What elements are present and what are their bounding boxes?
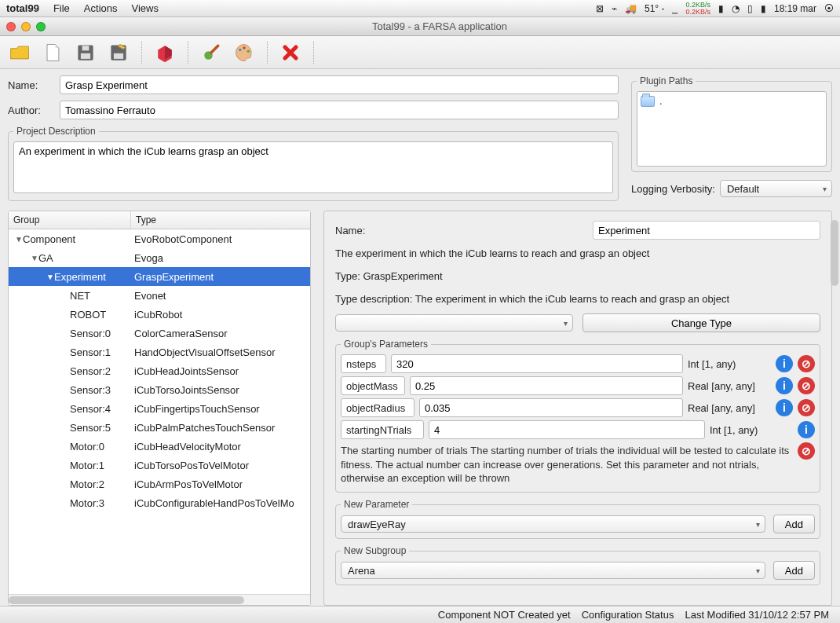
app-name[interactable]: total99 xyxy=(6,2,39,14)
svg-point-6 xyxy=(239,48,242,51)
disclosure-icon[interactable]: ▼ xyxy=(31,254,38,262)
plugin-paths-list[interactable]: . xyxy=(637,91,827,167)
tree-group-label: Sensor:3 xyxy=(70,384,111,396)
menu-actions[interactable]: Actions xyxy=(84,2,118,14)
param-info-button[interactable]: i xyxy=(776,399,793,416)
system-tray: ⊠ ⌁ 🚚 51° - ⎯ 0.2KB/s 0.2KB/s ▮ ◔ ▯ ▮ 18… xyxy=(596,2,834,16)
tree-row[interactable]: Motor:0iCubHeadVelocityMotor xyxy=(9,437,310,456)
tree-row[interactable]: ▼ ExperimentGraspExperiment xyxy=(9,267,310,286)
tree-row[interactable]: Sensor:0ColorCameraSensor xyxy=(9,324,310,343)
param-value-input[interactable] xyxy=(391,354,683,373)
detail-name-input[interactable] xyxy=(593,221,820,240)
tree-row[interactable]: ROBOTiCubRobot xyxy=(9,305,310,324)
add-parameter-button[interactable]: Add xyxy=(773,515,815,533)
tray-icon[interactable]: ▮ xyxy=(718,3,724,14)
param-delete-button[interactable]: ⊘ xyxy=(798,399,815,416)
tree-type-label: iCubHeadJointsSensor xyxy=(131,365,310,377)
close-icon[interactable] xyxy=(277,39,304,66)
param-row: startingNTrialsInt [1, any)i xyxy=(341,420,815,439)
project-description-input[interactable] xyxy=(13,141,613,193)
param-name: objectRadius xyxy=(341,398,415,417)
status-config: Configuration Status xyxy=(582,609,674,621)
tree-row[interactable]: Sensor:2iCubHeadJointsSensor xyxy=(9,361,310,380)
tree-row[interactable]: Sensor:5iCubPalmPatchesTouchSensor xyxy=(9,418,310,437)
new-file-icon[interactable] xyxy=(39,39,66,66)
tree-row[interactable]: Sensor:3iCubTorsoJointsSensor xyxy=(9,380,310,399)
tray-icon[interactable]: ◔ xyxy=(732,3,740,14)
tray-icon[interactable]: ▯ xyxy=(747,3,753,14)
tray-clock[interactable]: 18:19 mar xyxy=(774,3,816,14)
tree-type-label: GraspExperiment xyxy=(131,271,310,283)
window-minimize-icon[interactable] xyxy=(21,22,31,31)
tray-netmon[interactable]: 0.2KB/s 0.2KB/s xyxy=(685,2,710,16)
svg-point-8 xyxy=(247,49,250,53)
change-type-button[interactable]: Change Type xyxy=(583,313,820,332)
param-info-button[interactable]: i xyxy=(776,355,793,372)
palette-icon[interactable] xyxy=(231,39,257,66)
disclosure-icon[interactable]: ▼ xyxy=(15,235,23,244)
toolbar xyxy=(0,36,840,69)
disclosure-icon[interactable]: ▼ xyxy=(46,273,54,281)
tree-row[interactable]: Motor:1iCubTorsoPosToVelMotor xyxy=(9,456,310,475)
param-info-button[interactable]: i xyxy=(776,377,793,394)
new-subgroup-legend: New Subgroup xyxy=(341,545,409,556)
tree-row[interactable]: ▼ ComponentEvoRobotComponent xyxy=(9,229,310,248)
folder-icon xyxy=(641,96,655,107)
plugin-box-icon[interactable] xyxy=(152,39,178,66)
add-subgroup-button[interactable]: Add xyxy=(773,561,815,580)
tray-battery-icon[interactable]: ▮ xyxy=(761,3,766,14)
project-author-input[interactable] xyxy=(60,101,619,119)
tree-h-scrollbar[interactable] xyxy=(9,594,310,605)
tray-icon[interactable]: ⊠ xyxy=(596,3,604,14)
param-value-input[interactable] xyxy=(429,420,705,439)
tray-icon[interactable]: ⎯ xyxy=(672,3,677,14)
new-parameter-group: New Parameter drawEyeRay Add xyxy=(335,499,820,539)
tree-row[interactable]: Sensor:1HandObjectVisualOffsetSensor xyxy=(9,343,310,361)
detail-desc: The experiment in which the iCub learns … xyxy=(335,246,820,262)
save-as-icon[interactable] xyxy=(105,39,132,66)
verbosity-select[interactable]: Default xyxy=(720,180,832,197)
tree-row[interactable]: Motor:2iCubArmPosToVelMotor xyxy=(9,475,310,493)
new-subgroup-select[interactable]: Arena xyxy=(341,562,765,579)
menu-file[interactable]: File xyxy=(53,2,70,14)
tray-icon[interactable]: 🚚 xyxy=(625,3,637,14)
menu-views[interactable]: Views xyxy=(132,2,159,14)
tree-body[interactable]: ▼ ComponentEvoRobotComponent▼ GAEvoga▼ E… xyxy=(9,229,310,594)
param-info-button[interactable]: i xyxy=(798,421,815,438)
window-zoom-icon[interactable] xyxy=(36,22,46,31)
param-type: Real [any, any] xyxy=(688,380,771,392)
brush-icon[interactable] xyxy=(198,39,225,66)
project-name-input[interactable] xyxy=(60,75,619,94)
param-delete-button[interactable]: ⊘ xyxy=(798,377,815,394)
tree-type-label: iCubTorsoJointsSensor xyxy=(131,384,310,396)
tree-col-group[interactable]: Group xyxy=(9,211,131,229)
new-parameter-select[interactable]: drawEyeRay xyxy=(341,515,765,533)
tray-icon[interactable]: ⌁ xyxy=(612,3,617,14)
tree-type-label: iCubConfigurableHandPosToVelMo xyxy=(131,497,310,509)
tree-row[interactable]: ▼ GAEvoga xyxy=(9,248,310,267)
window-close-icon[interactable] xyxy=(6,22,16,31)
detail-typedesc: Type description: The experiment in whic… xyxy=(335,291,820,308)
type-select[interactable] xyxy=(335,314,573,332)
name-label: Name: xyxy=(8,79,52,91)
param-type: Int [1, any) xyxy=(710,424,793,436)
tree-type-label: HandObjectVisualOffsetSensor xyxy=(131,346,310,358)
param-delete-button[interactable]: ⊘ xyxy=(798,355,815,372)
param-value-input[interactable] xyxy=(419,398,683,417)
detail-type: Type: GraspExperiment xyxy=(335,269,820,285)
wifi-icon[interactable]: ⦿ xyxy=(824,3,834,14)
detail-v-scrollbar[interactable] xyxy=(829,220,840,601)
save-icon[interactable] xyxy=(72,39,99,66)
tree-row[interactable]: NETEvonet xyxy=(9,286,310,305)
tree-row[interactable]: Motor:3iCubConfigurableHandPosToVelMo xyxy=(9,493,310,512)
plugin-paths-legend: Plugin Paths xyxy=(637,75,696,86)
tray-temp[interactable]: 51° - xyxy=(645,3,664,14)
tree-row[interactable]: Sensor:4iCubFingertipsTouchSensor xyxy=(9,399,310,418)
plugin-path-item[interactable]: . xyxy=(641,95,823,107)
open-folder-icon[interactable] xyxy=(6,39,33,66)
param-delete-button[interactable]: ⊘ xyxy=(798,442,815,460)
tree-type-label: Evonet xyxy=(131,290,310,302)
tree-type-label: iCubHeadVelocityMotor xyxy=(131,441,310,453)
param-value-input[interactable] xyxy=(410,376,683,395)
tree-col-type[interactable]: Type xyxy=(131,211,310,229)
